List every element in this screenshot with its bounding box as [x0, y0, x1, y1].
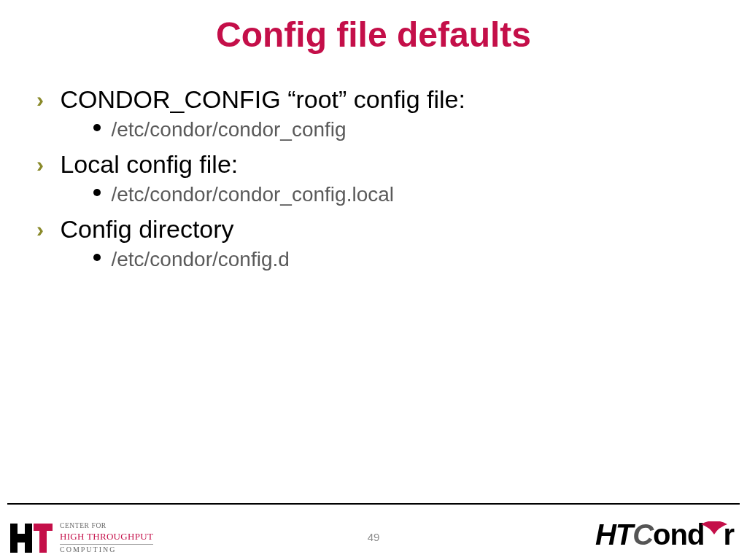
footer: 49 CENTER FOR HIGH THROUGHPUT COMPUTING … [0, 503, 747, 560]
logo-line1: CENTER FOR [60, 522, 153, 531]
list-subitem: /etc/condor/config.d [93, 248, 718, 271]
subbullet-text: /etc/condor/condor_config.local [111, 183, 394, 206]
list-item: › Local config file: [36, 150, 718, 179]
subbullet-text: /etc/condor/config.d [111, 248, 289, 271]
slide-title: Config file defaults [0, 0, 747, 77]
dot-icon [93, 124, 101, 131]
dot-icon [93, 189, 101, 196]
bullet-text: Config directory [60, 215, 233, 243]
list-subitem: /etc/condor/condor_config.local [93, 183, 718, 206]
logo-htcondor: HTCondr [595, 518, 734, 551]
chevron-icon: › [36, 152, 57, 177]
slide-content: › CONDOR_CONFIG “root” config file: /etc… [0, 85, 747, 271]
chevron-icon: › [36, 217, 57, 242]
ht-mark-icon [10, 524, 53, 553]
list-item: › Config directory [36, 215, 718, 244]
logo-ond: ond [653, 518, 704, 551]
subbullet-text: /etc/condor/condor_config [111, 118, 346, 141]
logo-c: C [632, 518, 653, 551]
chevron-icon: › [36, 88, 57, 112]
htcondor-wordmark: HTCondr [595, 518, 734, 551]
logo-ht: HT [595, 518, 632, 551]
dot-icon [93, 254, 101, 261]
logo-line3: COMPUTING [60, 545, 153, 555]
condor-wing-icon [701, 521, 727, 534]
divider [7, 503, 740, 505]
logo-chtc: CENTER FOR HIGH THROUGHPUT COMPUTING [10, 522, 153, 554]
bullet-text: Local config file: [60, 150, 238, 178]
logo-line2: HIGH THROUGHPUT [60, 531, 153, 544]
list-item: › CONDOR_CONFIG “root” config file: [36, 85, 718, 114]
bullet-text: CONDOR_CONFIG “root” config file: [60, 85, 465, 113]
list-subitem: /etc/condor/condor_config [93, 118, 718, 141]
logo-caption: CENTER FOR HIGH THROUGHPUT COMPUTING [60, 522, 153, 554]
slide: Config file defaults › CONDOR_CONFIG “ro… [0, 0, 747, 560]
